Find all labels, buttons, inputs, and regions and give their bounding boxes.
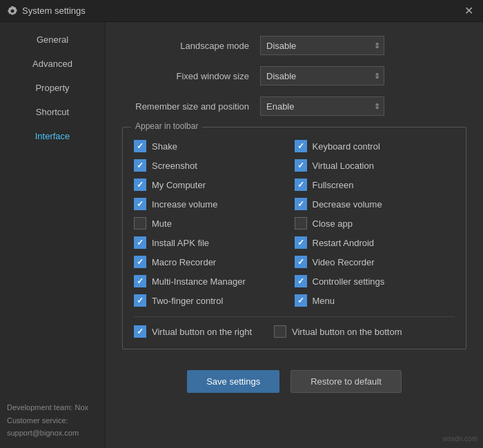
sidebar-item-shortcut[interactable]: Shortcut <box>0 100 105 124</box>
checkbox-my-computer-box[interactable] <box>134 179 146 191</box>
checkbox-two-finger-box[interactable] <box>134 294 146 307</box>
sidebar-item-interface[interactable]: Interface <box>0 124 105 148</box>
checkbox-increase-volume-box[interactable] <box>134 198 146 210</box>
checkbox-decrease-volume-label: Decrease volume <box>313 199 382 210</box>
checkbox-my-computer[interactable]: My Computer <box>134 179 295 191</box>
checkbox-fullscreen-box[interactable] <box>295 179 307 191</box>
checkbox-restart-android-label: Restart Android <box>313 238 375 248</box>
main-layout: General Advanced Property Shortcut Inter… <box>0 22 483 448</box>
checkbox-screenshot[interactable]: Screenshot <box>134 159 295 172</box>
checkbox-shake-label: Shake <box>152 141 177 152</box>
checkbox-mute[interactable]: Mute <box>134 217 295 230</box>
checkbox-virtual-right-label: Virtual button on the right <box>152 327 252 337</box>
title-bar: System settings ✕ <box>0 0 483 22</box>
content-area: Landscape mode Disable Enable Fixed wind… <box>106 22 483 448</box>
remember-size-select-wrapper[interactable]: Disable Enable <box>260 96 384 116</box>
remember-size-select[interactable]: Disable Enable <box>260 96 384 116</box>
checkbox-video-recorder[interactable]: Video Recorder <box>295 256 455 268</box>
checkbox-menu-box[interactable] <box>295 294 307 307</box>
checkbox-keyboard-control-label: Keyboard control <box>313 141 380 152</box>
checkbox-restart-android-box[interactable] <box>295 236 307 249</box>
checkbox-increase-volume-label: Increase volume <box>152 199 217 210</box>
sidebar: General Advanced Property Shortcut Inter… <box>0 22 106 448</box>
checkbox-decrease-volume[interactable]: Decrease volume <box>295 198 455 210</box>
checkbox-two-finger-label: Two-finger control <box>152 296 223 306</box>
restore-default-button[interactable]: Restore to default <box>290 370 402 393</box>
sidebar-item-property[interactable]: Property <box>0 76 105 100</box>
checkbox-virtual-right[interactable]: Virtual button on the right <box>134 325 252 338</box>
checkbox-install-apk-box[interactable] <box>134 236 146 249</box>
checkbox-controller-settings-box[interactable] <box>295 275 307 287</box>
checkbox-virtual-location[interactable]: Virtual Location <box>295 159 455 172</box>
checkbox-mute-label: Mute <box>152 218 172 229</box>
checkbox-install-apk[interactable]: Install APK file <box>134 236 295 249</box>
landscape-mode-row: Landscape mode Disable Enable <box>122 36 466 55</box>
checkbox-macro-recorder-box[interactable] <box>134 256 146 268</box>
checkbox-restart-android[interactable]: Restart Android <box>295 236 455 249</box>
checkbox-two-finger[interactable]: Two-finger control <box>134 294 295 307</box>
checkbox-menu[interactable]: Menu <box>295 294 455 307</box>
toolbar-section-title: Appear in toolbar <box>131 121 202 131</box>
checkbox-close-app-box[interactable] <box>295 217 307 230</box>
title-bar-left: System settings <box>7 6 86 17</box>
save-settings-button[interactable]: Save settings <box>187 370 279 393</box>
checkbox-my-computer-label: My Computer <box>152 180 206 190</box>
sidebar-item-general[interactable]: General <box>0 28 105 52</box>
checkbox-virtual-right-box[interactable] <box>134 325 146 338</box>
checkbox-close-app[interactable]: Close app <box>295 217 455 230</box>
checkbox-keyboard-control-box[interactable] <box>295 140 307 152</box>
checkbox-screenshot-box[interactable] <box>134 159 146 172</box>
toolbar-section: Appear in toolbar Shake Keyboard control… <box>122 127 466 349</box>
fixed-window-select-wrapper[interactable]: Disable Enable <box>260 66 384 85</box>
checkbox-controller-settings-label: Controller settings <box>313 276 385 287</box>
checkbox-fullscreen-label: Fullscreen <box>313 180 354 190</box>
gear-icon <box>7 6 18 17</box>
checkbox-multi-instance[interactable]: Multi-Instance Manager <box>134 275 295 287</box>
checkbox-video-recorder-label: Video Recorder <box>313 257 375 267</box>
sidebar-footer: Development team: Nox Customer service: … <box>0 393 105 448</box>
footer-line1: Development team: Nox <box>7 401 98 414</box>
checkbox-fullscreen[interactable]: Fullscreen <box>295 179 455 191</box>
fixed-window-row: Fixed window size Disable Enable <box>122 66 466 85</box>
bottom-bar: Save settings Restore to default <box>122 360 466 400</box>
checkbox-virtual-location-box[interactable] <box>295 159 307 172</box>
virtual-buttons-row: Virtual button on the right Virtual butt… <box>134 316 455 338</box>
landscape-mode-select-wrapper[interactable]: Disable Enable <box>260 36 384 55</box>
checkbox-virtual-bottom-box[interactable] <box>274 325 286 338</box>
fixed-window-select[interactable]: Disable Enable <box>260 66 384 85</box>
checkbox-menu-label: Menu <box>313 296 335 306</box>
checkbox-increase-volume[interactable]: Increase volume <box>134 198 295 210</box>
checkbox-macro-recorder[interactable]: Macro Recorder <box>134 256 295 268</box>
checkbox-multi-instance-box[interactable] <box>134 275 146 287</box>
window-title: System settings <box>22 6 86 16</box>
fixed-window-label: Fixed window size <box>122 71 260 81</box>
remember-size-row: Remember size and position Disable Enabl… <box>122 96 466 116</box>
remember-size-label: Remember size and position <box>122 101 260 112</box>
checkbox-close-app-label: Close app <box>313 218 353 229</box>
checkbox-decrease-volume-box[interactable] <box>295 198 307 210</box>
checkbox-multi-instance-label: Multi-Instance Manager <box>152 276 246 287</box>
checkbox-screenshot-label: Screenshot <box>152 161 197 171</box>
checkbox-virtual-bottom[interactable]: Virtual button on the bottom <box>274 325 402 338</box>
checkbox-video-recorder-box[interactable] <box>295 256 307 268</box>
toolbar-checkbox-grid: Shake Keyboard control Screenshot Virtua… <box>134 140 455 307</box>
checkbox-install-apk-label: Install APK file <box>152 238 209 248</box>
checkbox-mute-box[interactable] <box>134 217 146 230</box>
sidebar-item-advanced[interactable]: Advanced <box>0 52 105 76</box>
checkbox-macro-recorder-label: Macro Recorder <box>152 257 216 267</box>
checkbox-virtual-bottom-label: Virtual button on the bottom <box>292 327 402 337</box>
checkbox-keyboard-control[interactable]: Keyboard control <box>295 140 455 152</box>
landscape-mode-label: Landscape mode <box>122 41 260 51</box>
checkbox-controller-settings[interactable]: Controller settings <box>295 275 455 287</box>
watermark: wsxdn.com <box>443 435 477 442</box>
footer-line3: support@bignox.com <box>7 427 98 440</box>
checkbox-shake-box[interactable] <box>134 140 146 152</box>
footer-line2: Customer service: <box>7 414 98 427</box>
checkbox-shake[interactable]: Shake <box>134 140 295 152</box>
checkbox-virtual-location-label: Virtual Location <box>313 161 374 171</box>
close-button[interactable]: ✕ <box>462 4 476 18</box>
landscape-mode-select[interactable]: Disable Enable <box>260 36 384 55</box>
